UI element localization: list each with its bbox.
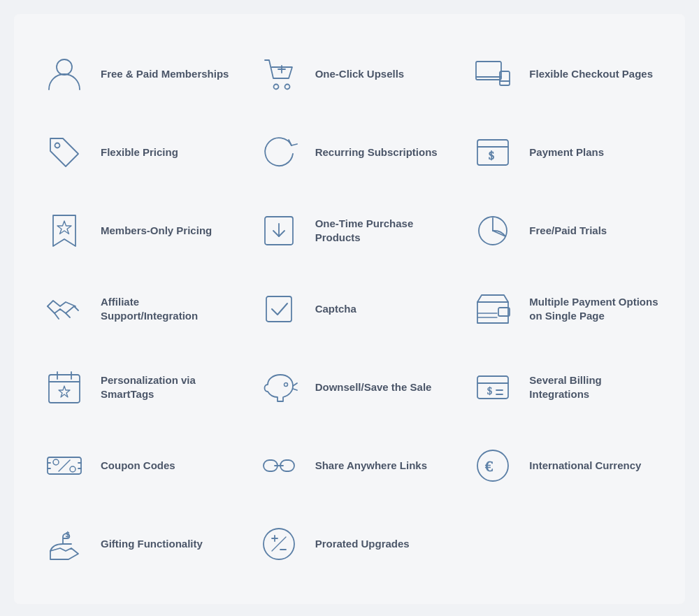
feature-label: One-Time Purchase Products — [315, 217, 445, 245]
devices-icon — [469, 50, 517, 98]
features-grid: Free & Paid Memberships One-Click Upsell… — [28, 35, 671, 583]
link-icon — [255, 442, 303, 489]
feature-label: Personalization via SmartTags — [101, 373, 230, 402]
feature-label: Multiple Payment Options on Single Page — [529, 295, 658, 324]
svg-point-34 — [53, 459, 59, 465]
feature-gifting-functionality: $ Gifting Functionality — [28, 505, 243, 583]
dollar-box-icon: $ — [469, 129, 517, 176]
clock-pie-icon — [469, 207, 517, 255]
svg-line-51 — [272, 537, 286, 551]
feature-label: Share Anywhere Links — [315, 459, 427, 473]
card-dollar-icon: $ — [469, 364, 517, 411]
bookmark-star-icon — [41, 207, 88, 255]
feature-label: Free & Paid Memberships — [101, 67, 229, 81]
calendar-star-icon — [41, 364, 88, 411]
feature-downsell-save-sale: Downsell/Save the Sale — [243, 348, 457, 427]
piggy-bank-icon — [255, 364, 303, 411]
feature-share-anywhere-links: Share Anywhere Links — [243, 427, 457, 505]
cart-icon — [255, 50, 303, 98]
svg-point-35 — [70, 466, 75, 472]
feature-one-click-upsells: One-Click Upsells — [243, 35, 457, 113]
svg-point-2 — [284, 85, 289, 89]
svg-rect-28 — [477, 376, 508, 399]
feature-label: One-Click Upsells — [315, 67, 405, 81]
feature-members-only-pricing: Members-Only Pricing — [28, 192, 243, 270]
feature-prorated-upgrades: Prorated Upgrades — [243, 505, 457, 583]
svg-point-10 — [55, 143, 60, 148]
feature-multiple-payment: Multiple Payment Options on Single Page — [456, 270, 671, 348]
empty-cell — [456, 505, 671, 583]
feature-coupon-codes: Coupon Codes — [28, 427, 243, 505]
feature-flexible-pricing: Flexible Pricing — [28, 113, 243, 192]
svg-point-1 — [273, 85, 278, 89]
feature-label: Prorated Upgrades — [315, 537, 410, 551]
feature-label: Free/Paid Trials — [529, 224, 607, 238]
feature-label: Recurring Subscriptions — [315, 145, 438, 159]
features-container: Free & Paid Memberships One-Click Upsell… — [14, 14, 685, 604]
feature-label: Affiliate Support/Integration — [101, 295, 230, 324]
person-icon — [41, 50, 88, 98]
coupon-icon — [41, 442, 88, 489]
svg-point-44 — [477, 450, 508, 481]
svg-marker-14 — [57, 221, 71, 234]
feature-recurring-subscriptions: Recurring Subscriptions — [243, 113, 457, 192]
feature-payment-plans: $ Payment Plans — [456, 113, 671, 192]
svg-point-0 — [57, 59, 72, 75]
euro-icon: € — [469, 442, 517, 489]
feature-free-paid-trials: Free/Paid Trials — [456, 192, 671, 270]
feature-one-time-purchase: One-Time Purchase Products — [243, 192, 457, 270]
tag-icon — [41, 129, 88, 176]
svg-marker-26 — [59, 386, 70, 397]
feature-label: Flexible Checkout Pages — [529, 67, 653, 81]
download-box-icon — [255, 207, 303, 255]
checkbox-icon — [255, 285, 303, 333]
svg-line-36 — [59, 460, 70, 471]
plus-minus-circle-icon — [255, 520, 303, 568]
feature-flexible-checkout: Flexible Checkout Pages — [456, 35, 671, 113]
handshake-icon — [41, 285, 88, 333]
svg-rect-22 — [49, 375, 80, 403]
feature-label: International Currency — [529, 459, 641, 473]
feature-label: Gifting Functionality — [101, 537, 203, 551]
feature-label: Downsell/Save the Sale — [315, 380, 432, 394]
feature-label: Members-Only Pricing — [101, 224, 212, 238]
gift-hand-icon: $ — [41, 520, 88, 568]
svg-text:$: $ — [489, 150, 494, 162]
feature-label: Coupon Codes — [101, 459, 175, 473]
svg-rect-18 — [266, 296, 291, 322]
feature-free-paid-memberships: Free & Paid Memberships — [28, 35, 243, 113]
svg-text:$: $ — [66, 530, 70, 538]
feature-personalization-smarttags: Personalization via SmartTags — [28, 348, 243, 427]
feature-international-currency: € International Currency — [456, 427, 671, 505]
svg-text:€: € — [485, 457, 493, 475]
svg-text:$: $ — [487, 386, 492, 396]
feature-label: Payment Plans — [529, 145, 604, 159]
feature-captcha: Captcha — [243, 270, 457, 348]
feature-label: Several Billing Integrations — [529, 373, 658, 402]
feature-label: Captcha — [315, 302, 356, 316]
refresh-icon — [255, 129, 303, 176]
feature-affiliate-support: Affiliate Support/Integration — [28, 270, 243, 348]
feature-billing-integrations: $ Several Billing Integrations — [456, 348, 671, 427]
feature-label: Flexible Pricing — [101, 145, 178, 159]
wallet-icon — [469, 285, 517, 333]
svg-point-27 — [284, 383, 287, 387]
